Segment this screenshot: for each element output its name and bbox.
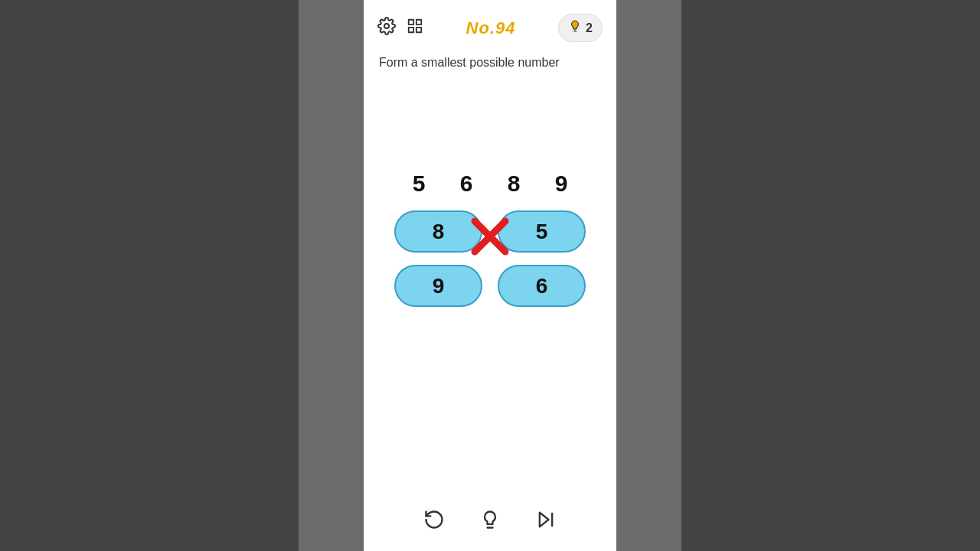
puzzle-number: No.94 bbox=[466, 18, 516, 38]
svg-rect-1 bbox=[409, 20, 413, 24]
svg-marker-8 bbox=[540, 513, 549, 527]
hint-badge[interactable]: 2 bbox=[558, 14, 603, 42]
svg-point-0 bbox=[384, 24, 389, 28]
right-overlay bbox=[681, 0, 980, 551]
tile-5[interactable]: 5 bbox=[498, 210, 586, 253]
target-9: 9 bbox=[546, 171, 577, 197]
svg-rect-3 bbox=[409, 28, 413, 32]
target-8: 8 bbox=[498, 171, 529, 197]
target-5: 5 bbox=[403, 171, 434, 197]
lightbulb-icon bbox=[568, 18, 582, 37]
grid-icon[interactable] bbox=[407, 18, 423, 38]
top-bar-left bbox=[377, 17, 423, 40]
tile-9[interactable]: 9 bbox=[394, 265, 482, 307]
tile-8[interactable]: 8 bbox=[394, 210, 482, 253]
reset-button[interactable] bbox=[423, 509, 445, 536]
svg-rect-4 bbox=[416, 28, 421, 32]
game-grid: 8 5 9 6 bbox=[394, 210, 586, 307]
skip-button[interactable] bbox=[535, 509, 557, 536]
top-bar: No.94 2 bbox=[364, 0, 616, 48]
tile-6[interactable]: 6 bbox=[498, 265, 586, 307]
instruction-text: Form a smallest possible number bbox=[364, 48, 616, 71]
phone-panel: No.94 2 Form a smallest possible number … bbox=[364, 0, 616, 551]
bottom-toolbar bbox=[364, 509, 616, 536]
left-overlay bbox=[0, 0, 299, 551]
hint-count: 2 bbox=[586, 21, 593, 35]
hint-button[interactable] bbox=[479, 509, 501, 536]
svg-rect-2 bbox=[416, 20, 421, 24]
targets-row: 5 6 8 9 bbox=[403, 171, 577, 197]
target-6: 6 bbox=[451, 171, 482, 197]
gear-icon[interactable] bbox=[377, 17, 396, 40]
